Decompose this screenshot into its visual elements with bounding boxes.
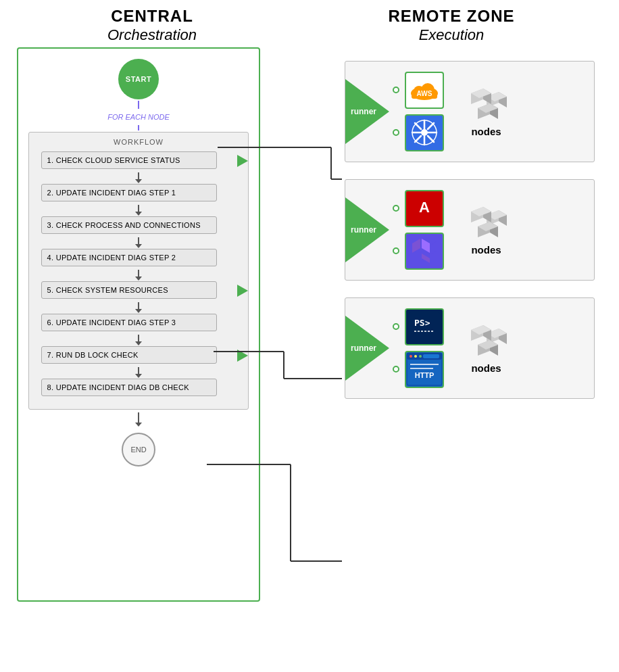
connector-1-2 — [135, 172, 142, 183]
runner-2-label: runner — [351, 225, 376, 235]
k8s-item — [393, 114, 444, 151]
runner-3: runner PS> — [345, 297, 595, 399]
step-3-container: 3. CHECK PROCESS AND CONNECTIONS — [41, 216, 237, 235]
http-item: HTTP — [393, 351, 444, 388]
step-8: 8. UPDATE INCIDENT DIAG DB CHECK — [41, 379, 217, 396]
remote-panel: runner — [345, 61, 595, 399]
step-2-container: 2. UPDATE INCIDENT DIAG STEP 1 — [41, 184, 237, 203]
central-title: CENTRAL — [20, 7, 284, 26]
aws-cloud-svg: AWS — [407, 78, 441, 102]
connector-4-5 — [135, 270, 142, 281]
svg-marker-37 — [422, 254, 430, 263]
k8s-connector-dot — [393, 129, 399, 136]
svg-text:HTTP: HTTP — [415, 371, 435, 379]
aws-item: AWS — [393, 72, 444, 109]
terraform-connector-dot — [393, 247, 399, 254]
k8s-icon-box — [405, 114, 444, 151]
http-connector-dot — [393, 366, 399, 373]
nodes-2-svg — [461, 203, 512, 244]
connector-2-3 — [135, 205, 142, 216]
connector-5-6 — [135, 302, 142, 313]
central-panel: START FOR EACH NODE WORKFLOW 1. CHECK CL… — [17, 47, 250, 602]
svg-text:A: A — [419, 199, 430, 216]
step-4-container: 4. UPDATE INCIDENT DIAG STEP 2 — [41, 249, 237, 268]
runner-2-icons: A — [393, 190, 444, 270]
runner-3-label: runner — [351, 343, 376, 353]
svg-point-53 — [410, 355, 412, 358]
runner-1-label: runner — [351, 107, 376, 116]
dashed-line-bottom — [138, 125, 139, 130]
http-icon-box: HTTP — [405, 351, 444, 388]
aws-icon-box: AWS — [405, 72, 444, 109]
step-6-container: 6. UPDATE INCIDENT DIAG STEP 3 — [41, 314, 237, 333]
central-subtitle: Orchestration — [20, 26, 284, 44]
ansible-item: A — [393, 190, 444, 227]
end-node: END — [122, 433, 155, 466]
aws-connector-dot — [393, 87, 399, 93]
svg-marker-36 — [412, 239, 420, 253]
step-5-arrow — [237, 285, 248, 297]
remote-title: REMOTE ZONE — [284, 7, 619, 26]
svg-text:AWS: AWS — [417, 90, 432, 97]
nodes-3-svg — [461, 322, 512, 362]
step-6: 6. UPDATE INCIDENT DIAG STEP 3 — [41, 314, 217, 331]
step-1-arrow — [237, 155, 248, 167]
headers-row: CENTRAL Orchestration REMOTE ZONE Execut… — [0, 0, 619, 47]
remote-header: REMOTE ZONE Execution — [284, 7, 619, 44]
runner-3-nodes-label: nodes — [471, 362, 501, 374]
step-1-container: 1. CHECK CLOUD SERVICE STATUS — [41, 151, 237, 170]
ps-svg: PS> — [409, 312, 440, 341]
ansible-svg: A — [410, 194, 439, 222]
start-node: START — [118, 59, 159, 99]
step-1: 1. CHECK CLOUD SERVICE STATUS — [41, 151, 217, 169]
step-8-container: 8. UPDATE INCIDENT DIAG DB CHECK — [41, 379, 237, 398]
workflow-label: WORKFLOW — [114, 138, 164, 146]
step-7-arrow — [237, 350, 248, 362]
step-4: 4. UPDATE INCIDENT DIAG STEP 2 — [41, 249, 217, 266]
connector-6-7 — [135, 335, 142, 345]
terraform-icon-box — [405, 233, 444, 270]
runner-1-icons: AWS — [393, 72, 444, 151]
runner-1-nodes: nodes — [461, 85, 512, 137]
svg-marker-38 — [431, 241, 437, 254]
ansible-icon-box: A — [405, 190, 444, 227]
runner-2-nodes-label: nodes — [471, 244, 501, 256]
step-7-container: 7. RUN DB LOCK CHECK — [41, 346, 237, 365]
runner-1-nodes-label: nodes — [471, 126, 501, 137]
runner-3-nodes: nodes — [461, 322, 512, 374]
connector-3-4 — [135, 237, 142, 248]
k8s-svg — [410, 118, 439, 147]
for-each-label: FOR EACH NODE — [107, 113, 170, 121]
connector-7-8 — [135, 367, 142, 378]
step-5-container: 5. CHECK SYSTEM RESOURCES — [41, 281, 237, 300]
terraform-item — [393, 233, 444, 270]
runner-2: runner A — [345, 179, 595, 281]
svg-rect-56 — [423, 354, 439, 358]
step-2: 2. UPDATE INCIDENT DIAG STEP 1 — [41, 184, 217, 201]
powershell-icon-box: PS> — [405, 308, 444, 345]
step-3: 3. CHECK PROCESS AND CONNECTIONS — [41, 216, 217, 234]
runner-3-icons: PS> — [393, 308, 444, 388]
dashed-line-top — [138, 101, 139, 109]
remote-subtitle: Execution — [284, 26, 619, 44]
svg-point-15 — [421, 129, 428, 136]
ansible-connector-dot — [393, 205, 399, 212]
nodes-1-svg — [461, 85, 512, 126]
svg-marker-35 — [422, 239, 430, 253]
central-header: CENTRAL Orchestration — [0, 7, 284, 44]
page: CENTRAL Orchestration REMOTE ZONE Execut… — [0, 0, 619, 672]
step-5: 5. CHECK SYSTEM RESOURCES — [41, 281, 217, 299]
connector-to-end — [135, 412, 142, 427]
step-7: 7. RUN DB LOCK CHECK — [41, 346, 217, 364]
runner-2-nodes: nodes — [461, 203, 512, 256]
http-svg: HTTP — [406, 352, 443, 386]
svg-point-55 — [419, 355, 422, 358]
central-panel-inner: START FOR EACH NODE WORKFLOW 1. CHECK CL… — [17, 47, 260, 602]
svg-text:PS>: PS> — [414, 318, 430, 328]
terraform-svg — [412, 237, 437, 264]
runner-1: runner — [345, 61, 595, 162]
svg-point-54 — [414, 355, 417, 358]
powershell-item: PS> — [393, 308, 444, 345]
diagram-area: START FOR EACH NODE WORKFLOW 1. CHECK CL… — [0, 47, 619, 672]
ps-connector-dot — [393, 323, 399, 330]
